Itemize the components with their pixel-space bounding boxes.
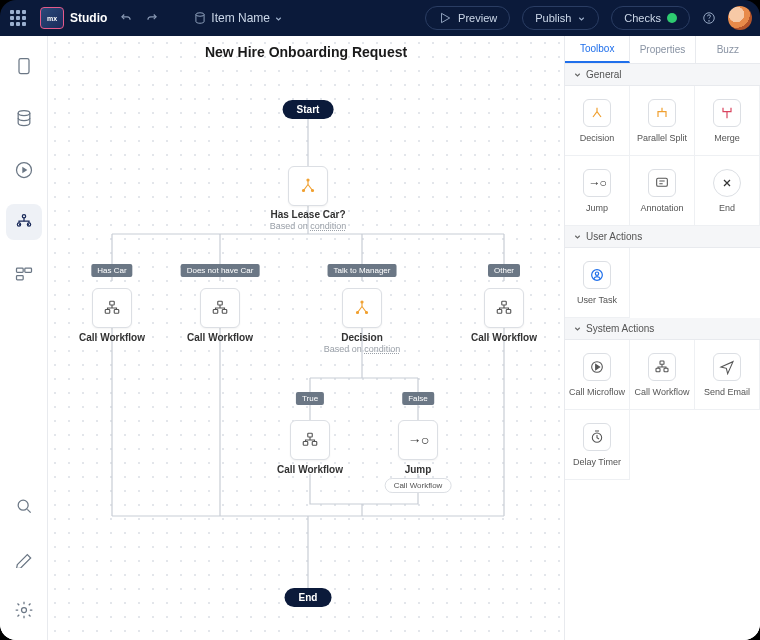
svg-rect-23 — [213, 310, 218, 314]
checks-button[interactable]: Checks — [611, 6, 690, 30]
publish-label: Publish — [535, 12, 571, 24]
preview-label: Preview — [458, 12, 497, 24]
nav-settings[interactable] — [6, 592, 42, 628]
tab-properties[interactable]: Properties — [630, 36, 695, 63]
decision-node-2[interactable] — [342, 288, 382, 328]
user-avatar[interactable] — [728, 6, 752, 30]
svg-rect-19 — [110, 301, 115, 305]
decision-2-label: Decision — [302, 332, 422, 343]
app-switcher-icon[interactable] — [8, 8, 28, 28]
tab-toolbox[interactable]: Toolbox — [565, 36, 630, 63]
tool-decision[interactable]: Decision — [565, 86, 630, 156]
branch-true[interactable]: True — [296, 392, 324, 405]
tool-delay-timer[interactable]: Delay Timer — [565, 410, 630, 480]
nav-microflows[interactable] — [6, 152, 42, 188]
call-workflow-node-3[interactable] — [484, 288, 524, 328]
call-workflow-node-2[interactable] — [200, 288, 240, 328]
branch-no-car[interactable]: Does not have Car — [181, 264, 260, 277]
publish-button[interactable]: Publish — [522, 6, 599, 30]
chevron-down-icon — [573, 324, 582, 333]
chevron-down-icon — [573, 70, 582, 79]
call-workflow-node-1[interactable] — [92, 288, 132, 328]
svg-rect-41 — [664, 368, 668, 371]
svg-point-15 — [21, 608, 26, 613]
nav-domain-model[interactable] — [6, 100, 42, 136]
svg-marker-38 — [596, 364, 600, 369]
nav-pages[interactable] — [6, 48, 42, 84]
decision-lease-label: Has Lease Car? — [248, 209, 368, 220]
svg-point-0 — [196, 13, 204, 17]
tab-buzz[interactable]: Buzz — [696, 36, 760, 63]
nav-workflows[interactable] — [6, 204, 42, 240]
studio-label: Studio — [70, 11, 107, 25]
decision-lease-sublabel: Based on condition — [238, 221, 378, 231]
end-node[interactable]: End — [285, 588, 332, 607]
section-general-label: General — [586, 69, 622, 80]
call-workflow-node-4[interactable] — [290, 420, 330, 460]
section-general[interactable]: General — [565, 64, 760, 86]
tool-jump[interactable]: →○ Jump — [565, 156, 630, 226]
tool-call-microflow[interactable]: Call Microflow — [565, 340, 630, 410]
svg-rect-34 — [657, 178, 668, 186]
svg-rect-21 — [114, 310, 119, 314]
call-workflow-label-4: Call Workflow — [250, 464, 370, 475]
nav-search[interactable] — [6, 488, 42, 524]
tool-call-workflow[interactable]: Call Workflow — [630, 340, 695, 410]
decision-2-sublabel: Based on condition — [292, 344, 432, 354]
left-navigation-rail — [0, 36, 48, 640]
svg-point-25 — [361, 301, 363, 303]
section-system-actions-label: System Actions — [586, 323, 654, 334]
tool-parallel-split[interactable]: Parallel Split — [630, 86, 695, 156]
help-button[interactable] — [702, 11, 716, 25]
svg-marker-7 — [22, 167, 27, 174]
call-workflow-label-1: Call Workflow — [52, 332, 172, 343]
jump-target-badge[interactable]: Call Workflow — [385, 478, 452, 493]
tool-end[interactable]: End — [695, 156, 760, 226]
svg-rect-39 — [660, 361, 664, 364]
redo-button[interactable] — [145, 11, 159, 25]
play-icon — [438, 11, 452, 25]
workflow-title: New Hire Onboarding Request — [205, 44, 407, 60]
decision-node-lease[interactable] — [288, 166, 328, 206]
section-system-actions[interactable]: System Actions — [565, 318, 760, 340]
item-selector[interactable]: Item Name — [193, 11, 283, 25]
svg-marker-1 — [442, 13, 450, 22]
svg-point-27 — [365, 311, 367, 313]
branch-talk-manager[interactable]: Talk to Manager — [328, 264, 397, 277]
svg-rect-20 — [105, 310, 110, 314]
svg-point-14 — [18, 500, 28, 510]
branch-has-car[interactable]: Has Car — [91, 264, 132, 277]
tool-user-task[interactable]: User Task — [565, 248, 630, 318]
preview-button[interactable]: Preview — [425, 6, 510, 30]
tool-annotation[interactable]: Annotation — [630, 156, 695, 226]
svg-rect-22 — [218, 301, 223, 305]
svg-rect-12 — [24, 268, 31, 272]
svg-rect-11 — [16, 268, 23, 272]
branch-false[interactable]: False — [402, 392, 434, 405]
chevron-down-icon — [274, 14, 283, 23]
jump-node[interactable]: →○ — [398, 420, 438, 460]
checks-label: Checks — [624, 12, 661, 24]
section-user-actions[interactable]: User Actions — [565, 226, 760, 248]
svg-rect-13 — [16, 276, 23, 280]
svg-rect-29 — [497, 310, 502, 314]
jump-label: Jump — [358, 464, 478, 475]
start-node[interactable]: Start — [283, 100, 334, 119]
tool-send-email[interactable]: Send Email — [695, 340, 760, 410]
branch-other[interactable]: Other — [488, 264, 520, 277]
nav-theme[interactable] — [6, 540, 42, 576]
svg-rect-40 — [656, 368, 660, 371]
svg-point-5 — [18, 111, 30, 116]
nav-navigation[interactable] — [6, 256, 42, 292]
svg-point-26 — [356, 311, 358, 313]
tool-merge[interactable]: Merge — [695, 86, 760, 156]
chevron-down-icon — [573, 232, 582, 241]
section-user-actions-label: User Actions — [586, 231, 642, 242]
undo-button[interactable] — [119, 11, 133, 25]
workflow-canvas[interactable]: New Hire Onboarding Request Start Has Le… — [48, 36, 564, 640]
svg-point-3 — [709, 21, 710, 22]
svg-rect-32 — [303, 442, 308, 446]
svg-rect-31 — [308, 433, 313, 437]
svg-rect-33 — [312, 442, 317, 446]
svg-rect-4 — [19, 59, 29, 74]
